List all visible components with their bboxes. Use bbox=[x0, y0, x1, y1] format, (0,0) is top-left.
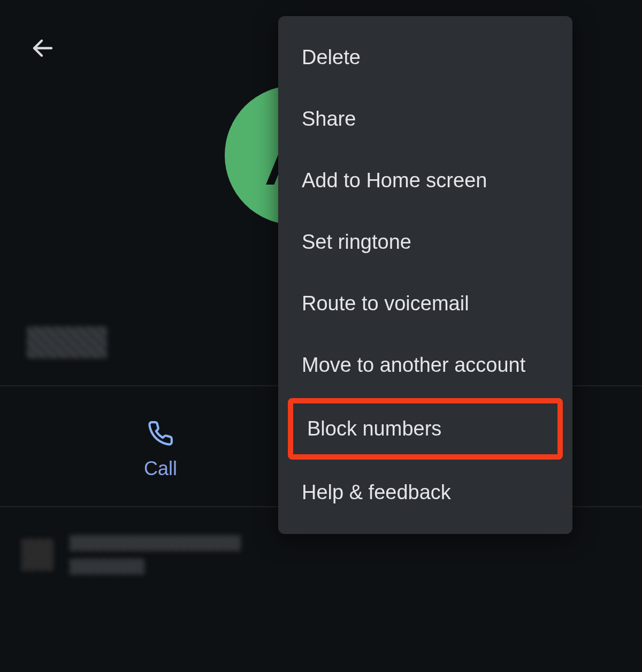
menu-item-block-numbers[interactable]: Block numbers bbox=[288, 398, 563, 460]
menu-item-delete[interactable]: Delete bbox=[278, 27, 572, 88]
redacted-icon bbox=[21, 539, 54, 571]
phone-icon bbox=[146, 419, 175, 448]
contact-name-redacted bbox=[27, 326, 107, 358]
contact-detail-redacted bbox=[21, 535, 241, 575]
menu-item-help-feedback[interactable]: Help & feedback bbox=[278, 462, 572, 523]
back-arrow-icon bbox=[30, 35, 56, 61]
call-label: Call bbox=[144, 457, 177, 480]
redacted-line bbox=[70, 559, 144, 575]
menu-item-share[interactable]: Share bbox=[278, 88, 572, 150]
back-button[interactable] bbox=[27, 32, 59, 64]
call-button[interactable]: Call bbox=[0, 399, 321, 500]
menu-item-move-to-another-account[interactable]: Move to another account bbox=[278, 334, 572, 396]
menu-item-set-ringtone[interactable]: Set ringtone bbox=[278, 211, 572, 273]
menu-item-route-to-voicemail[interactable]: Route to voicemail bbox=[278, 273, 572, 334]
overflow-menu: DeleteShareAdd to Home screenSet rington… bbox=[278, 16, 572, 534]
menu-item-add-to-home-screen[interactable]: Add to Home screen bbox=[278, 150, 572, 211]
redacted-line bbox=[70, 535, 241, 551]
